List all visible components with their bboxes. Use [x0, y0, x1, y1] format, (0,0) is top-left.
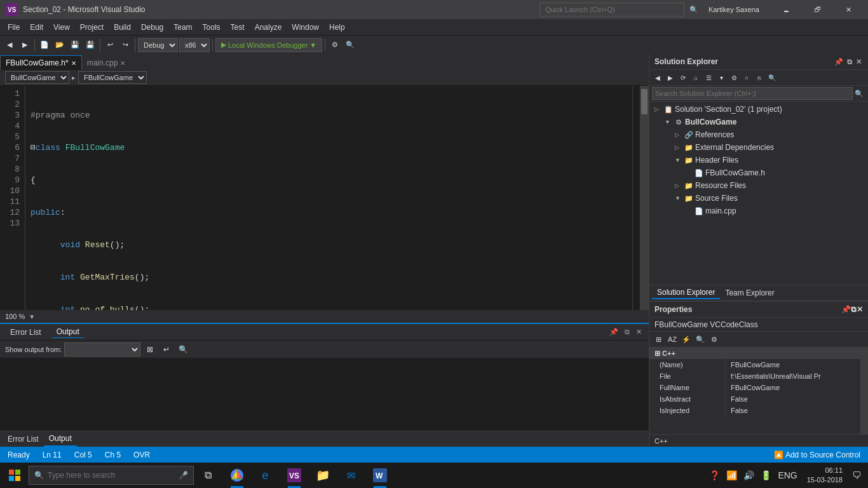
taskbar-search-input[interactable]: [48, 471, 175, 480]
tab-fbullcowgame-h-close[interactable]: ✕: [71, 60, 76, 67]
menu-edit[interactable]: Edit: [25, 19, 48, 35]
se-view-btn[interactable]: ☰: [703, 72, 714, 83]
bottom-tab-output[interactable]: Output: [44, 432, 77, 447]
se-pin-btn[interactable]: 📌: [833, 58, 844, 66]
se-forward-btn[interactable]: ▶: [665, 72, 676, 83]
menu-project[interactable]: Project: [75, 19, 109, 35]
toolbar-save-btn[interactable]: 💾: [68, 38, 82, 52]
minimize-button[interactable]: 🗕: [772, 0, 801, 19]
taskbar-mail[interactable]: ✉: [337, 463, 365, 488]
menu-test[interactable]: Test: [226, 19, 250, 35]
toolbar-saveall-btn[interactable]: 💾: [83, 38, 97, 52]
menu-file[interactable]: File: [3, 19, 25, 35]
class-dropdown[interactable]: BullCowGame: [5, 71, 69, 84]
se-open-btn[interactable]: ⎋: [754, 72, 765, 83]
taskbar-sound-icon[interactable]: 🔊: [742, 470, 756, 480]
output-source-dropdown[interactable]: [64, 342, 140, 356]
scrollbar-thumb[interactable]: [641, 89, 648, 114]
tree-bullcowgame[interactable]: ▼ ⚙ BullCowGame: [649, 116, 868, 128]
taskbar-network-icon[interactable]: 📶: [724, 470, 739, 480]
se-home-btn[interactable]: ⌂: [690, 72, 702, 83]
menu-debug[interactable]: Debug: [136, 19, 168, 35]
se-sync-btn[interactable]: ⟳: [677, 72, 689, 83]
start-button[interactable]: [0, 463, 29, 488]
tab-main-cpp[interactable]: main.cpp ✕: [82, 55, 131, 70]
properties-scrollbar[interactable]: [860, 348, 868, 434]
taskbar-battery-icon[interactable]: 🔋: [759, 470, 773, 480]
se-filter-btn[interactable]: ▾: [715, 72, 727, 83]
tab-output[interactable]: Output: [51, 326, 85, 338]
taskbar-notification-icon[interactable]: 🗨: [850, 470, 863, 480]
se-bottom-tab-solution-explorer[interactable]: Solution Explorer: [652, 287, 720, 299]
tree-external-deps[interactable]: ▷ 📁 External Dependencies: [649, 141, 868, 154]
tree-source-files[interactable]: ▼ 📁 Source Files: [649, 192, 868, 205]
se-git-btn[interactable]: ⑃: [741, 72, 752, 83]
output-pin-btn[interactable]: 📌: [607, 328, 620, 336]
prop-close-btn[interactable]: ✕: [857, 305, 863, 314]
tree-main-cpp[interactable]: 📄 main.cpp: [649, 205, 868, 217]
platform-dropdown[interactable]: x86: [179, 38, 210, 52]
prop-sort-alpha-btn[interactable]: AZ: [666, 333, 679, 346]
prop-settings-btn[interactable]: ⚙: [708, 333, 721, 346]
menu-tools[interactable]: Tools: [198, 19, 226, 35]
taskbar-edge[interactable]: e: [251, 463, 280, 488]
output-clear-btn[interactable]: ⊠: [143, 342, 157, 356]
se-back-btn[interactable]: ◀: [652, 72, 663, 83]
toolbar-open-btn[interactable]: 📂: [53, 38, 67, 52]
toolbar-undo-btn[interactable]: ↩: [103, 38, 117, 52]
se-search-btn[interactable]: 🔍: [766, 72, 778, 83]
prop-sort-category-btn[interactable]: ⊞: [652, 333, 665, 346]
se-close-btn[interactable]: ✕: [855, 58, 863, 66]
bottom-tab-error-list[interactable]: Error List: [3, 432, 44, 447]
menu-window[interactable]: Window: [287, 19, 324, 35]
toolbar-back-btn[interactable]: ◀: [3, 38, 17, 52]
toolbar-new-btn[interactable]: 📄: [37, 38, 51, 52]
taskbar-file-explorer[interactable]: 📁: [308, 463, 337, 488]
quick-launch-input[interactable]: [539, 3, 684, 17]
taskbar-help-icon[interactable]: ❓: [707, 470, 722, 480]
tree-header-files[interactable]: ▼ 📁 Header Files: [649, 154, 868, 166]
menu-analyze[interactable]: Analyze: [250, 19, 287, 35]
taskbar-chrome[interactable]: [222, 463, 251, 488]
se-float-btn[interactable]: ⧉: [846, 58, 853, 66]
status-source-control[interactable]: 🔼 Add to Source Control: [771, 451, 863, 459]
menu-view[interactable]: View: [48, 19, 75, 35]
tab-main-cpp-close[interactable]: ✕: [120, 60, 125, 67]
taskbar-search-box[interactable]: 🔍 🎤: [29, 466, 194, 485]
taskbar-language[interactable]: ENG: [776, 470, 799, 480]
output-wrap-btn[interactable]: ↵: [159, 342, 173, 356]
member-dropdown[interactable]: FBullCowGame: [78, 71, 147, 84]
tree-solution[interactable]: ▷ 📋 Solution 'Section_02' (1 project): [649, 103, 868, 116]
prop-pin-btn[interactable]: 📌: [841, 305, 851, 314]
toolbar-extra1[interactable]: ⚙: [328, 38, 342, 52]
tab-fbullcowgame-h[interactable]: FBullCowGame.h* ✕: [0, 55, 82, 70]
se-props-btn[interactable]: ⚙: [728, 72, 740, 83]
taskbar-task-view[interactable]: ⧉: [194, 463, 222, 488]
menu-team[interactable]: Team: [168, 19, 197, 35]
debug-mode-dropdown[interactable]: Debug: [138, 38, 178, 52]
taskbar-visual-studio[interactable]: VS: [280, 463, 308, 488]
prop-events-btn[interactable]: ⚡: [680, 333, 693, 346]
tree-resource-files[interactable]: ▷ 📁 Resource Files: [649, 179, 868, 192]
menu-help[interactable]: Help: [324, 19, 350, 35]
prop-float-btn[interactable]: ⧉: [851, 305, 857, 314]
toolbar-extra2[interactable]: 🔍: [343, 38, 357, 52]
output-content[interactable]: [0, 358, 649, 431]
zoom-level[interactable]: 100 %: [3, 313, 27, 320]
prop-search-btn[interactable]: 🔍: [694, 333, 707, 346]
se-search-input[interactable]: [652, 87, 853, 100]
zoom-dropdown-icon[interactable]: ▼: [29, 313, 35, 320]
taskbar-word[interactable]: W: [365, 463, 394, 488]
se-bottom-tab-team-explorer[interactable]: Team Explorer: [720, 287, 779, 299]
code-content[interactable]: #pragma once ⊟class FBullCowGame { publi…: [25, 86, 632, 310]
output-float-btn[interactable]: ⧉: [623, 328, 632, 336]
toolbar-redo-btn[interactable]: ↪: [118, 38, 132, 52]
tree-references[interactable]: ▷ 🔗 References: [649, 128, 868, 141]
taskbar-clock[interactable]: 06:11 15-03-2018: [802, 466, 848, 485]
output-find-btn[interactable]: 🔍: [176, 342, 190, 356]
menu-build[interactable]: Build: [109, 19, 136, 35]
start-debug-button[interactable]: ▶ Local Windows Debugger ▼: [215, 38, 322, 52]
tab-error-list[interactable]: Error List: [5, 327, 46, 338]
restore-button[interactable]: 🗗: [803, 0, 832, 19]
close-button[interactable]: ✕: [834, 0, 863, 19]
